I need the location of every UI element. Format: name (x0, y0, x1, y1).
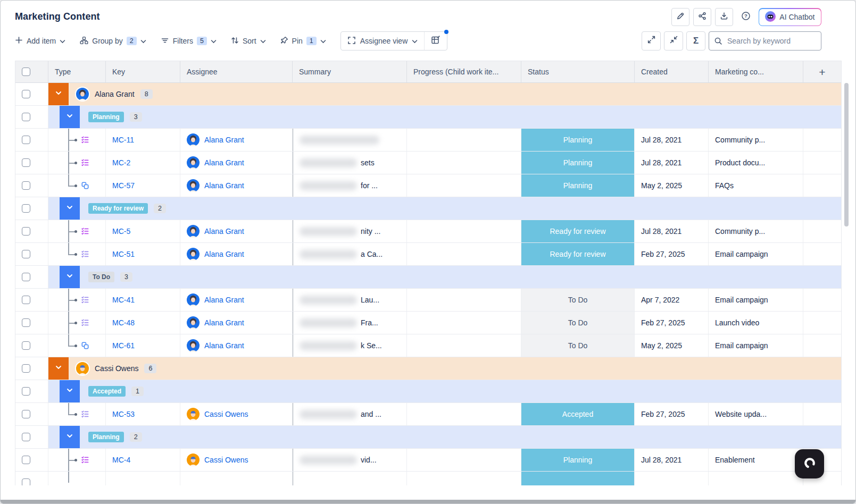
row-checkbox[interactable] (22, 158, 30, 167)
filters-button[interactable]: Filters 5 (161, 36, 217, 46)
status-cell[interactable]: Planning (521, 152, 635, 174)
edit-button[interactable] (671, 8, 689, 26)
pin-button[interactable]: Pin 1 (280, 36, 326, 46)
column-header-type[interactable]: Type (48, 61, 106, 82)
summary-cell[interactable] (293, 129, 407, 151)
download-button[interactable] (715, 8, 733, 26)
status-cell[interactable]: To Do (521, 312, 635, 334)
row-checkbox[interactable] (22, 90, 30, 98)
row-checkbox[interactable] (22, 364, 30, 373)
add-column-button[interactable]: + (803, 61, 841, 82)
group-collapse-button[interactable] (48, 83, 69, 105)
status-cell[interactable]: Planning (521, 129, 635, 151)
assignee-link[interactable]: Alana Grant (204, 181, 244, 190)
assignee-link[interactable]: Alana Grant (204, 158, 244, 167)
subgroup-collapse-button[interactable] (60, 266, 80, 288)
column-header-key[interactable]: Key (106, 61, 180, 82)
row-checkbox[interactable] (22, 318, 30, 327)
subgroup-collapse-button[interactable] (60, 426, 80, 448)
row-checkbox[interactable] (22, 273, 30, 281)
assignee-view-label: Assignee view (360, 37, 408, 45)
assignee-link[interactable]: Alana Grant (204, 318, 244, 327)
row-checkbox[interactable] (22, 456, 30, 464)
add-item-button[interactable]: Add item (15, 36, 65, 46)
row-checkbox[interactable] (22, 136, 30, 144)
group-by-button[interactable]: Group by 2 (80, 36, 146, 46)
row-checkbox[interactable] (22, 204, 30, 213)
row-checkbox[interactable] (22, 410, 30, 418)
subgroup-collapse-button[interactable] (60, 106, 80, 128)
assignee-link[interactable]: Alana Grant (204, 341, 244, 350)
row-checkbox[interactable] (22, 113, 30, 121)
expand-all-button[interactable] (642, 31, 661, 51)
share-button[interactable] (693, 8, 711, 26)
subgroup-collapse-button[interactable] (60, 380, 80, 402)
collapse-all-button[interactable] (664, 31, 683, 51)
summary-fragment: nity ... (361, 227, 380, 236)
summary-cell[interactable]: and ... (293, 403, 407, 425)
row-checkbox[interactable] (22, 181, 30, 190)
assignee-link[interactable]: Cassi Owens (204, 410, 248, 418)
column-header-assignee[interactable]: Assignee (180, 61, 293, 82)
vertical-scrollbar[interactable] (844, 83, 849, 226)
assignee-link[interactable]: Alana Grant (204, 136, 244, 144)
work-item-key-link[interactable]: MC-61 (112, 341, 135, 350)
tree-dot (74, 299, 77, 301)
work-item-key-link[interactable]: MC-11 (112, 136, 134, 144)
row-checkbox[interactable] (22, 296, 30, 304)
assignee-link[interactable]: Cassi Owens (204, 456, 248, 464)
summary-cell[interactable]: for ... (293, 174, 407, 197)
work-item-key-link[interactable]: MC-48 (112, 318, 135, 327)
work-item-key-link[interactable]: MC-53 (112, 410, 135, 418)
ai-chatbot-button[interactable]: AI Chatbot (759, 8, 821, 26)
assignee-link[interactable]: Alana Grant (204, 227, 244, 236)
subgroup-collapse-button[interactable] (60, 197, 80, 220)
assignee-link[interactable]: Alana Grant (204, 296, 244, 304)
status-cell[interactable]: Ready for review (521, 243, 635, 265)
status-cell[interactable]: To Do (521, 334, 635, 357)
status-cell[interactable] (521, 472, 635, 485)
summary-cell[interactable] (293, 472, 407, 485)
group-collapse-button[interactable] (48, 357, 69, 380)
summary-cell[interactable]: vid... (293, 449, 407, 471)
board-view-button[interactable] (425, 32, 447, 50)
work-item-key-link[interactable]: MC-2 (112, 158, 130, 167)
work-item-key-link[interactable]: MC-5 (112, 227, 130, 236)
work-item-key-link[interactable]: MC-4 (112, 456, 130, 464)
row-checkbox[interactable] (22, 68, 30, 76)
summary-cell[interactable]: Fra... (293, 312, 407, 334)
work-item-key-link[interactable]: MC-51 (112, 250, 135, 258)
assignee-link[interactable]: Alana Grant (204, 250, 244, 258)
status-cell[interactable]: Accepted (521, 403, 635, 425)
column-header-progress-child-work-ite[interactable]: Progress (Child work ite... (407, 61, 521, 82)
assignee-view-button[interactable]: Assignee view (341, 32, 425, 50)
summary-cell[interactable]: sets (293, 152, 407, 174)
column-header-summary[interactable]: Summary (293, 61, 407, 82)
summary-cell[interactable]: k Se... (293, 334, 407, 357)
summary-cell[interactable]: a Ca... (293, 243, 407, 265)
column-header-marketing-co[interactable]: Marketing co... (709, 61, 803, 82)
row-checkbox[interactable] (22, 478, 30, 485)
help-button[interactable]: ? (737, 8, 755, 26)
sort-button[interactable]: Sort (231, 36, 266, 46)
row-checkbox[interactable] (22, 433, 30, 441)
summary-cell[interactable]: Lau... (293, 289, 407, 311)
row-checkbox[interactable] (22, 227, 30, 236)
work-item-key-link[interactable]: MC-41 (112, 296, 135, 304)
column-header-created[interactable]: Created (635, 61, 709, 82)
marketing-content-type-cell: Website upda... (709, 403, 803, 425)
status-cell[interactable]: Ready for review (521, 220, 635, 242)
row-checkbox[interactable] (22, 387, 30, 396)
status-cell[interactable]: To Do (521, 289, 635, 311)
search-input[interactable] (709, 31, 821, 51)
sum-button[interactable]: Σ (686, 31, 705, 51)
work-item-key-link[interactable]: MC-57 (112, 181, 135, 190)
work-items-table: TypeKeyAssigneeSummaryProgress (Child wo… (15, 61, 842, 485)
summary-cell[interactable]: nity ... (293, 220, 407, 242)
status-cell[interactable]: Planning (521, 174, 635, 197)
row-checkbox[interactable] (22, 250, 30, 258)
row-checkbox[interactable] (22, 341, 30, 350)
chat-widget-button[interactable] (795, 449, 824, 478)
status-cell[interactable]: Planning (521, 449, 635, 471)
column-header-status[interactable]: Status (521, 61, 635, 82)
